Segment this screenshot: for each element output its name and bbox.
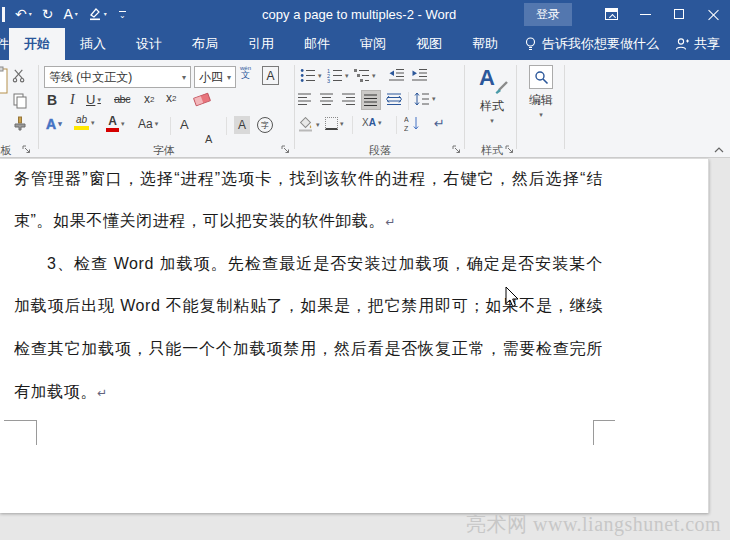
text-line: 束”。如果不懂关闭进程，可以把安装的软件卸载。↵	[14, 211, 603, 232]
italic-button[interactable]: I	[70, 92, 75, 108]
justify-button[interactable]	[361, 90, 381, 110]
tab-home[interactable]: 开始	[9, 28, 65, 60]
decrease-indent-icon	[388, 68, 405, 82]
font-dialog-launcher-icon[interactable]	[281, 145, 291, 155]
strikethrough-button[interactable]: abc	[114, 93, 130, 105]
styles-dialog-launcher-icon[interactable]	[505, 145, 515, 155]
svg-text:3: 3	[327, 78, 330, 83]
text-effects-button[interactable]: A	[46, 116, 62, 132]
ink-tool-button[interactable]: ▾	[88, 7, 107, 21]
paragraph-mark: ↵	[385, 215, 395, 229]
subscript-button[interactable]: x2	[144, 92, 154, 106]
customize-qat-button[interactable]: ⌄	[119, 11, 126, 18]
enclose-characters-button[interactable]: 字	[257, 117, 273, 133]
clear-formatting-button[interactable]	[194, 95, 210, 104]
text-line: 有加载项。↵	[14, 382, 603, 403]
phonetic-guide-button[interactable]: wén文	[240, 65, 251, 80]
superscript-button[interactable]: x2	[166, 91, 176, 105]
character-shading-button[interactable]: A	[234, 116, 250, 134]
document-area[interactable]: 务管理器”窗口，选择“进程”选项卡，找到该软件的进程，右键它，然后选择“结 束”…	[0, 159, 730, 540]
align-left-icon	[298, 93, 312, 106]
font-tool-dropdown-icon[interactable]: ▾	[75, 11, 78, 17]
cut-button[interactable]	[12, 68, 27, 83]
format-painter-button[interactable]	[12, 116, 28, 132]
align-center-button[interactable]	[320, 93, 334, 106]
tab-review[interactable]: 审阅	[345, 28, 401, 60]
line-spacing-button[interactable]	[414, 92, 436, 106]
paste-button[interactable]	[0, 66, 8, 96]
bullets-button[interactable]	[300, 68, 322, 83]
show-hide-marks-button[interactable]: ↵	[434, 116, 445, 131]
shading-button[interactable]	[298, 117, 320, 132]
character-border-button[interactable]: A	[262, 66, 279, 85]
collapse-ribbon-icon[interactable]	[714, 146, 724, 154]
tab-mailings[interactable]: 邮件	[289, 28, 345, 60]
tab-layout[interactable]: 布局	[177, 28, 233, 60]
font-tool-button[interactable]: A▾	[63, 7, 77, 21]
tab-design[interactable]: 设计	[121, 28, 177, 60]
font-size-value: 小四	[199, 69, 223, 86]
tab-file[interactable]: 文件	[0, 28, 9, 60]
borders-icon	[325, 117, 338, 130]
copy-button[interactable]	[13, 93, 28, 109]
distribute-text-button[interactable]	[386, 93, 402, 106]
increase-indent-icon	[411, 68, 428, 82]
decrease-indent-button[interactable]	[388, 68, 405, 82]
ink-tool-dropdown-icon[interactable]: ▾	[104, 11, 107, 17]
text-highlight-button[interactable]: ab	[74, 115, 95, 130]
bold-button[interactable]: B	[47, 92, 57, 108]
sign-in-button[interactable]: 登录	[524, 3, 572, 26]
align-right-button[interactable]	[342, 93, 356, 106]
font-size-dropdown-icon[interactable]: ▾	[223, 73, 231, 82]
font-name-combobox[interactable]: 等线 (中文正文) ▾	[44, 66, 191, 88]
editing-button-label: 编辑	[529, 92, 553, 109]
text-line: 检查其它加载项，只能一个个加载项禁用，然后看是否恢复正常，需要检查完所	[14, 339, 603, 361]
tab-view[interactable]: 视图	[401, 28, 457, 60]
text-line: 3、检查 Word 加载项。先检查最近是否安装过加载项，确定是否安装某个	[47, 254, 603, 276]
align-left-button[interactable]	[298, 93, 312, 106]
paragraph-group-label: 段落	[296, 143, 464, 158]
clipboard-dialog-launcher-icon[interactable]	[22, 145, 32, 155]
numbering-button[interactable]: 123	[327, 68, 349, 83]
increase-indent-button[interactable]	[411, 68, 428, 82]
font-a-icon: A	[63, 7, 72, 21]
tell-me-box[interactable]: 告诉我你想要做什么	[525, 28, 659, 60]
paragraph-dialog-launcher-icon[interactable]	[452, 145, 462, 155]
ribbon-display-options-button[interactable]	[594, 0, 628, 28]
document-page[interactable]: 务管理器”窗口，选择“进程”选项卡，找到该软件的进程，右键它，然后选择“结 束”…	[0, 159, 709, 513]
quick-access-toolbar: ↶▾ ↻ A▾ ▾ ⌄	[0, 7, 126, 22]
undo-icon: ↶	[15, 7, 27, 21]
undo-button[interactable]: ↶▾	[15, 7, 32, 21]
multilevel-list-button[interactable]	[354, 68, 376, 83]
borders-button[interactable]	[325, 117, 344, 130]
editing-button[interactable]: 编辑 ▾	[520, 65, 562, 119]
window-title: copy a page to multiples-2 - Word	[262, 7, 456, 22]
tab-help[interactable]: 帮助	[457, 28, 513, 60]
font-size-combobox[interactable]: 小四 ▾	[194, 66, 236, 88]
sort-az-icon: AZ	[404, 115, 421, 132]
font-color-button[interactable]: A	[106, 115, 125, 132]
mini-divider	[170, 117, 171, 135]
tab-insert[interactable]: 插入	[65, 28, 121, 60]
eraser-icon	[193, 93, 211, 107]
change-case-button[interactable]: Aa	[138, 117, 158, 131]
maximize-button[interactable]	[662, 0, 696, 28]
styles-dropdown-icon: ▾	[490, 117, 494, 125]
svg-text:A: A	[404, 116, 409, 123]
minimize-icon	[640, 14, 651, 15]
tab-references[interactable]: 引用	[233, 28, 289, 60]
redo-button[interactable]: ↻	[42, 7, 54, 21]
close-button[interactable]	[696, 0, 730, 28]
sort-button[interactable]: AZ	[404, 115, 421, 132]
undo-dropdown-icon[interactable]: ▾	[29, 11, 32, 17]
share-button[interactable]: 共享	[675, 28, 720, 60]
styles-button[interactable]: A 样式 ▾	[470, 65, 514, 125]
save-icon[interactable]	[2, 7, 5, 22]
minimize-button[interactable]	[628, 0, 662, 28]
asian-layout-button[interactable]: XA	[362, 117, 381, 128]
watermark: 亮术网 www.liangshunet.com	[466, 511, 721, 538]
character-shading-icon: A	[234, 116, 250, 134]
underline-button[interactable]: U	[86, 92, 101, 107]
align-center-icon	[320, 93, 334, 106]
font-name-dropdown-icon[interactable]: ▾	[178, 73, 186, 82]
